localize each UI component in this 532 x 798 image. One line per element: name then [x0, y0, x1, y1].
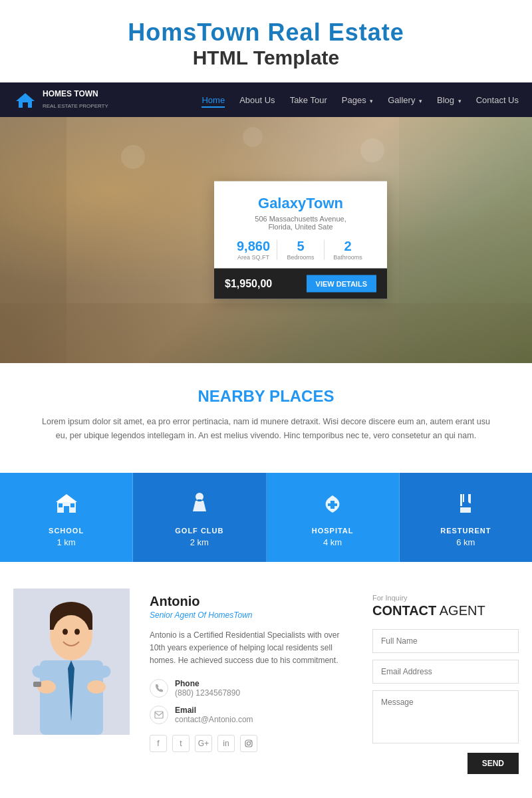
place-golf: GOLF CLUB 2 km: [133, 473, 266, 562]
send-button[interactable]: SEND: [467, 753, 519, 774]
phone-icon: [150, 679, 168, 698]
hospital-icon: [273, 491, 392, 520]
svg-rect-18: [460, 494, 462, 506]
stat-bathrooms-label: Bathrooms: [325, 254, 371, 261]
svg-marker-0: [16, 93, 35, 101]
stat-area: 9,860 Area SQ.FT: [230, 239, 277, 261]
email-value: contact@Antonio.com: [175, 715, 253, 724]
school-name: SCHOOL: [7, 527, 126, 535]
stat-bedrooms-label: Bedrooms: [277, 254, 324, 261]
twitter-icon[interactable]: t: [172, 735, 190, 752]
agent-photo-container: [13, 589, 130, 735]
nav-item-tour[interactable]: Take Tour: [290, 94, 327, 106]
contact-title-bold: CONTACT: [372, 603, 436, 618]
svg-rect-12: [59, 503, 63, 507]
view-details-button[interactable]: VIEW DETAILS: [307, 275, 376, 293]
hospital-distance: 4 km: [273, 537, 392, 547]
svg-rect-15: [198, 499, 201, 501]
golf-name: GOLF CLUB: [140, 527, 259, 535]
navbar-brand[interactable]: HOMES TOWN REAL ESTATE PROPERTY: [13, 89, 108, 110]
googleplus-icon[interactable]: G+: [195, 735, 212, 752]
nearby-title-highlight: NEARBY: [198, 387, 265, 405]
svg-rect-13: [70, 503, 74, 507]
property-name-part2: Town: [306, 195, 343, 211]
hospital-name: HOSPITAL: [273, 527, 392, 535]
svg-rect-4: [399, 117, 532, 363]
agent-silhouette: [13, 589, 130, 735]
agent-name: Antonio: [150, 594, 352, 609]
full-name-input[interactable]: [372, 629, 519, 653]
nav-item-home[interactable]: Home: [201, 94, 225, 106]
nearby-title-rest: PLACES: [265, 387, 334, 405]
nav-links: Home About Us Take Tour Pages ▾ Gallery …: [201, 94, 519, 106]
message-input[interactable]: [372, 690, 519, 743]
stat-bathrooms: 2 Bathrooms: [325, 239, 371, 261]
nav-item-gallery[interactable]: Gallery ▾: [388, 94, 422, 106]
facebook-icon[interactable]: f: [150, 735, 167, 752]
nav-item-about[interactable]: About Us: [239, 94, 275, 106]
page-title-line1: HomsTown Real Estate: [13, 19, 519, 47]
nearby-title: NEARBY PLACES: [13, 387, 519, 406]
navbar: HOMES TOWN REAL ESTATE PROPERTY Home Abo…: [0, 82, 532, 117]
agent-section: Antonio Senior Agent Of HomesTown Antoni…: [0, 562, 532, 799]
for-inquiry-label: For Inquiry: [372, 594, 519, 602]
stat-bedrooms-value: 5: [297, 239, 304, 253]
svg-rect-20: [463, 494, 464, 502]
stat-area-value: 9,860: [237, 239, 270, 253]
svg-rect-17: [328, 503, 337, 506]
nav-item-blog[interactable]: Blog ▾: [437, 94, 462, 106]
svg-point-38: [250, 741, 251, 742]
svg-point-31: [53, 615, 90, 658]
svg-rect-5: [0, 117, 66, 363]
stat-bathrooms-value: 2: [344, 239, 351, 253]
stat-bedrooms: 5 Bedrooms: [277, 239, 324, 261]
brand-sub: REAL ESTATE PROPERTY: [43, 103, 108, 109]
agent-phone-item: Phone (880) 1234567890: [150, 679, 352, 698]
agent-title: Senior Agent Of HomesTown: [150, 610, 352, 620]
svg-rect-19: [460, 507, 471, 513]
nav-item-pages[interactable]: Pages ▾: [342, 94, 373, 106]
svg-marker-10: [56, 494, 77, 502]
restaurant-name: RESTURENT: [406, 527, 525, 535]
email-icon: [150, 706, 168, 724]
contact-form-section: For Inquiry CONTACT AGENT SEND: [372, 589, 519, 774]
property-stats: 9,860 Area SQ.FT 5 Bedrooms 2 Bathrooms: [230, 239, 371, 261]
school-icon: [7, 491, 126, 520]
agent-phone-details: Phone (880) 1234567890: [175, 679, 240, 698]
place-school: SCHOOL 1 km: [0, 473, 133, 562]
agent-social-links: f t G+ in: [150, 735, 352, 752]
page-title-section: HomsTown Real Estate HTML Template: [0, 0, 532, 82]
brand-name: HOMES TOWN: [43, 89, 108, 98]
svg-point-33: [74, 628, 80, 634]
place-hospital: HOSPITAL 4 km: [267, 473, 400, 562]
hero-section: GalaxyTown 506 Massachusetts Avenue,Flor…: [0, 117, 532, 363]
svg-point-37: [247, 742, 251, 745]
agent-info: Antonio Senior Agent Of HomesTown Antoni…: [150, 589, 352, 753]
property-name-part1: Galaxy: [258, 195, 306, 211]
linkedin-icon[interactable]: in: [217, 735, 235, 752]
restaurant-distance: 6 km: [406, 537, 525, 547]
page-title-line2: HTML Template: [13, 47, 519, 69]
svg-point-30: [87, 680, 106, 694]
agent-bio: Antonio is a Certified Residential Speci…: [150, 629, 352, 668]
svg-point-32: [63, 628, 68, 634]
school-distance: 1 km: [7, 537, 126, 547]
contact-title-rest: AGENT: [436, 603, 485, 618]
restaurant-icon: [406, 491, 525, 520]
svg-rect-34: [33, 682, 41, 687]
property-price-bar: $1,950,00 VIEW DETAILS: [214, 269, 387, 299]
svg-point-8: [360, 138, 384, 162]
svg-point-7: [243, 127, 263, 147]
email-label: Email: [175, 706, 253, 715]
instagram-icon[interactable]: [240, 735, 257, 752]
svg-rect-11: [64, 506, 69, 513]
nearby-description: Lorem ipsum dolor sit amet, ea pro error…: [40, 415, 492, 444]
property-name: GalaxyTown: [230, 195, 371, 212]
email-input[interactable]: [372, 660, 519, 684]
agent-email-item: Email contact@Antonio.com: [150, 706, 352, 724]
places-grid: SCHOOL 1 km GOLF CLUB 2 km HOSPITAL 4 km…: [0, 473, 532, 562]
nav-item-contact[interactable]: Contact Us: [476, 94, 519, 106]
agent-email-details: Email contact@Antonio.com: [175, 706, 253, 724]
svg-rect-35: [155, 712, 163, 718]
stat-area-label: Area SQ.FT: [230, 254, 277, 261]
